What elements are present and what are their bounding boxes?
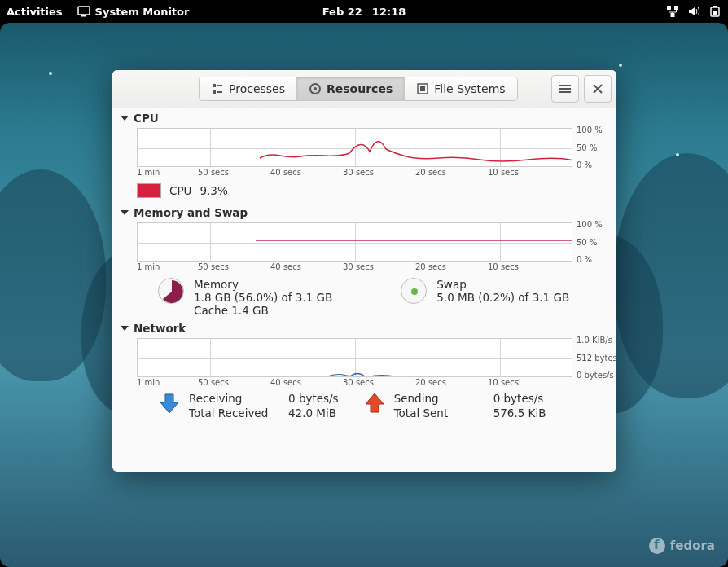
view-switcher: Processes Resources File Systems (199, 77, 518, 101)
upload-arrow-icon (363, 392, 386, 415)
tab-filesystems-label: File Systems (434, 82, 505, 95)
download-arrow-icon (158, 392, 181, 415)
close-icon (592, 83, 603, 94)
svg-point-13 (314, 87, 317, 90)
swap-usage: 5.0 MB (0.2%) of 3.1 GB (436, 291, 569, 304)
memory-pie-icon (158, 278, 184, 304)
memory-chart: 100 % 50 % 0 % 1 min 50 secs 40 secs 30 … (137, 222, 608, 273)
fedora-text: fedora (670, 538, 715, 553)
memory-section-header[interactable]: Memory and Swap (121, 203, 608, 222)
y-label: 100 % (577, 125, 603, 134)
fedora-watermark: fedora (649, 538, 715, 554)
x-label: 30 secs (343, 262, 374, 271)
battery-icon[interactable] (708, 5, 721, 18)
fedora-logo-icon (649, 538, 665, 554)
x-label: 50 secs (198, 168, 229, 177)
x-label: 20 secs (415, 378, 446, 387)
activities-button[interactable]: Activities (7, 6, 63, 18)
cpu-value: 9.3% (200, 184, 227, 197)
y-label: 0 % (577, 160, 592, 169)
hamburger-menu-button[interactable] (551, 75, 579, 103)
filesystems-icon (416, 82, 429, 95)
chevron-down-icon (121, 326, 129, 331)
memory-cache: Cache 1.4 GB (194, 304, 332, 317)
app-name: System Monitor (95, 6, 190, 18)
x-label: 30 secs (343, 378, 374, 387)
svg-rect-11 (217, 91, 222, 93)
total-sent-label: Total Sent (394, 407, 484, 420)
x-label: 1 min (137, 168, 160, 177)
svg-rect-16 (559, 85, 571, 86)
x-label: 40 secs (270, 262, 301, 271)
y-label: 1.0 KiB/s (577, 336, 612, 345)
x-label: 1 min (137, 262, 160, 271)
svg-rect-18 (559, 91, 571, 93)
total-sent-value: 576.5 KiB (493, 407, 546, 420)
resources-icon (309, 82, 322, 95)
tab-processes-label: Processes (229, 82, 285, 95)
tab-resources[interactable]: Resources (297, 77, 405, 100)
x-label: 10 secs (488, 262, 519, 271)
cpu-legend-label: CPU (169, 184, 191, 197)
swap-pie-icon (401, 278, 427, 304)
tab-processes[interactable]: Processes (200, 77, 297, 100)
memory-title: Memory and Swap (134, 206, 248, 219)
svg-rect-7 (713, 11, 717, 15)
headerbar: Processes Resources File Systems (112, 70, 616, 108)
network-icon[interactable] (666, 5, 679, 18)
cpu-section-header[interactable]: CPU (121, 108, 608, 128)
time-label: 12:18 (372, 6, 406, 18)
cpu-title: CPU (134, 112, 159, 125)
chevron-down-icon (121, 116, 129, 121)
total-received-label: Total Received (189, 407, 278, 420)
x-label: 20 secs (415, 262, 446, 271)
processes-icon (211, 82, 224, 95)
y-label: 50 % (577, 143, 597, 152)
sending-rate: 0 bytes/s (493, 392, 546, 405)
y-label: 0 % (577, 255, 592, 264)
network-section-header[interactable]: Network (121, 319, 608, 338)
svg-rect-1 (81, 15, 86, 17)
app-menu[interactable]: System Monitor (77, 5, 190, 18)
tab-filesystems[interactable]: File Systems (405, 77, 516, 100)
svg-rect-15 (420, 86, 425, 91)
svg-rect-2 (667, 6, 671, 10)
svg-rect-9 (213, 90, 216, 94)
svg-rect-8 (213, 84, 216, 87)
memory-usage: 1.8 GB (56.0%) of 3.1 GB (194, 291, 332, 304)
x-label: 50 secs (198, 378, 229, 387)
total-received-value: 42.0 MiB (288, 407, 339, 420)
cpu-legend: CPU 9.3% (137, 183, 608, 198)
y-label: 512 bytes/s (577, 354, 616, 363)
sending-label: Sending (394, 392, 484, 405)
close-button[interactable] (584, 75, 612, 103)
tab-resources-label: Resources (327, 82, 393, 95)
y-label: 100 % (577, 220, 603, 229)
monitor-icon (77, 5, 90, 18)
y-label: 0 bytes/s (577, 371, 614, 380)
x-label: 1 min (137, 378, 160, 387)
gnome-topbar: Activities System Monitor Feb 22 12:18 (0, 0, 728, 23)
cpu-swatch (137, 183, 161, 198)
hamburger-icon (559, 83, 571, 94)
date-label: Feb 22 (322, 6, 362, 18)
x-label: 40 secs (270, 168, 301, 177)
swap-label: Swap (436, 278, 569, 291)
chevron-down-icon (121, 210, 129, 215)
receiving-rate: 0 bytes/s (288, 392, 339, 405)
x-label: 10 secs (488, 378, 519, 387)
x-label: 40 secs (270, 378, 301, 387)
x-label: 20 secs (415, 168, 446, 177)
cpu-chart: 100 % 50 % 0 % 1 min 50 secs 40 secs 30 … (137, 128, 608, 178)
volume-icon[interactable] (687, 5, 700, 18)
system-monitor-window: Processes Resources File Systems (112, 70, 616, 472)
x-label: 30 secs (343, 168, 374, 177)
svg-rect-6 (713, 6, 717, 7)
clock[interactable]: Feb 22 12:18 (322, 6, 406, 18)
svg-rect-17 (559, 88, 571, 90)
sending-block: Sending 0 bytes/s Total Sent 576.5 KiB (363, 392, 546, 420)
y-label: 50 % (577, 238, 597, 247)
memory-legend: Memory 1.8 GB (56.0%) of 3.1 GB Cache 1.… (158, 278, 332, 317)
desktop-wallpaper: Processes Resources File Systems (0, 23, 728, 567)
memory-label: Memory (194, 278, 332, 291)
